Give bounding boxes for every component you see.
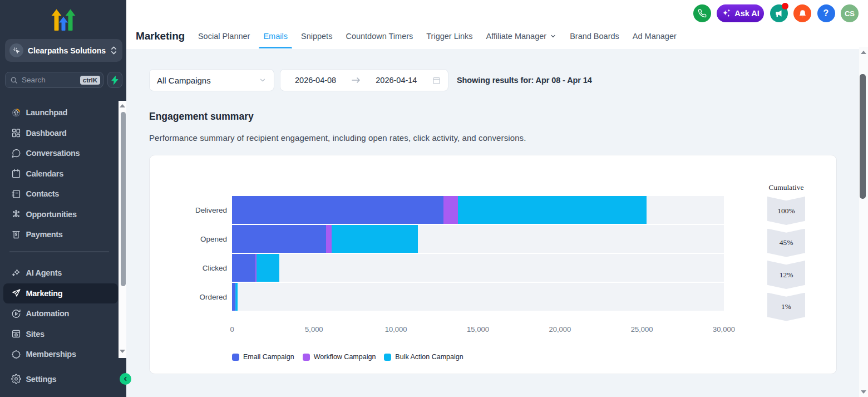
conversations-icon bbox=[11, 148, 21, 158]
sidebar-item-settings[interactable]: Settings bbox=[0, 369, 119, 390]
sidebar-item-payments[interactable]: Payments bbox=[0, 224, 119, 245]
campaign-select-value: All Campaigns bbox=[157, 76, 259, 85]
quick-actions-button[interactable] bbox=[107, 72, 122, 88]
tab-ad-manager[interactable]: Ad Manager bbox=[633, 24, 677, 48]
tab-affiliate-manager[interactable]: Affiliate Manager bbox=[486, 24, 557, 48]
launchpad-icon bbox=[11, 107, 21, 117]
app-logo[interactable] bbox=[0, 0, 126, 35]
user-avatar[interactable]: CS bbox=[841, 4, 859, 22]
sidebar-item-calendars[interactable]: Calendars bbox=[0, 164, 119, 184]
chevron-down-icon bbox=[259, 76, 267, 84]
tab-label: Emails bbox=[263, 32, 288, 41]
category-label: Clicked bbox=[150, 264, 227, 272]
bar-row-clicked: Clicked bbox=[150, 253, 836, 282]
bar-row-delivered: Delivered bbox=[150, 195, 836, 224]
sidebar-item-marketing[interactable]: Marketing bbox=[3, 283, 118, 304]
scroll-down-icon[interactable] bbox=[861, 390, 866, 394]
sidebar-item-ai-agents[interactable]: AI Agents bbox=[0, 263, 119, 283]
search-icon bbox=[10, 76, 18, 84]
sidebar-item-label: AI Agents bbox=[26, 268, 62, 277]
cumulative-badge: 1% bbox=[767, 293, 805, 321]
sidebar-item-sites[interactable]: Sites bbox=[0, 324, 119, 345]
help-button[interactable]: ? bbox=[817, 4, 835, 22]
sidebar-item-label: Opportunities bbox=[26, 210, 77, 219]
tab-label: Trigger Links bbox=[426, 32, 472, 41]
megaphone-icon bbox=[774, 8, 784, 18]
scroll-up-icon[interactable] bbox=[120, 104, 125, 107]
ask-ai-button[interactable]: Ask AI bbox=[717, 4, 764, 22]
scroll-up-icon[interactable] bbox=[861, 51, 866, 54]
lightning-icon bbox=[111, 76, 119, 85]
sidebar: Clearpaths Solutions Search ctrlK Launch… bbox=[0, 0, 126, 397]
tab-emails[interactable]: Emails bbox=[263, 24, 288, 48]
sidebar-item-dashboard[interactable]: Dashboard bbox=[0, 123, 119, 144]
scroll-down-icon[interactable] bbox=[120, 350, 125, 353]
bar-segment-bulk-action-campaign[interactable] bbox=[235, 283, 238, 311]
sidebar-item-opportunities[interactable]: Opportunities bbox=[0, 204, 119, 225]
bar-segment-bulk-action-campaign[interactable] bbox=[332, 225, 418, 253]
bar-rows: DeliveredOpenedClickedOrdered bbox=[150, 195, 836, 311]
bar-segment-workflow-campaign[interactable] bbox=[326, 225, 332, 253]
chevron-down-icon bbox=[550, 33, 556, 40]
tab-snippets[interactable]: Snippets bbox=[301, 24, 332, 48]
bar-track bbox=[232, 196, 724, 224]
tab-social-planner[interactable]: Social Planner bbox=[198, 24, 250, 48]
showing-results-text: Showing results for: Apr 08 - Apr 14 bbox=[457, 76, 592, 85]
legend-swatch bbox=[303, 354, 310, 361]
sidebar-item-conversations[interactable]: Conversations bbox=[0, 143, 119, 164]
bar-segment-bulk-action-campaign[interactable] bbox=[458, 196, 647, 224]
sidebar-item-launchpad[interactable]: Launchpad bbox=[0, 102, 119, 123]
tab-label: Brand Boards bbox=[570, 32, 619, 41]
main-scrollbar[interactable] bbox=[859, 47, 868, 397]
bar-segment-workflow-campaign[interactable] bbox=[443, 196, 458, 224]
tab-brand-boards[interactable]: Brand Boards bbox=[570, 24, 619, 48]
top-actions: Ask AI ? CS bbox=[693, 4, 859, 22]
bar-row-ordered: Ordered bbox=[150, 282, 836, 311]
settings-row: Settings bbox=[0, 369, 119, 390]
legend-label: Workflow Campaign bbox=[314, 353, 376, 361]
date-range-picker[interactable]: 2026-04-08 2026-04-14 bbox=[280, 69, 448, 91]
tab-trigger-links[interactable]: Trigger Links bbox=[426, 24, 472, 48]
tab-label: Snippets bbox=[301, 32, 332, 41]
sidebar-scrollbar[interactable] bbox=[119, 101, 126, 358]
sparkles-icon bbox=[721, 8, 732, 19]
category-label: Opened bbox=[150, 235, 227, 243]
bar-segment-email-campaign[interactable] bbox=[232, 254, 255, 282]
sidebar-item-memberships[interactable]: Memberships bbox=[0, 344, 119, 360]
avatar-initials: CS bbox=[845, 9, 855, 18]
sidebar-collapse-button[interactable] bbox=[120, 373, 131, 385]
agency-switcher[interactable]: Clearpaths Solutions bbox=[5, 39, 122, 62]
tab-label: Ad Manager bbox=[633, 32, 677, 41]
highlevel-logo-icon bbox=[51, 9, 76, 31]
campaign-select[interactable]: All Campaigns bbox=[149, 69, 274, 91]
contacts-icon bbox=[11, 189, 21, 199]
bar-track bbox=[232, 283, 724, 311]
x-tick-label: 0 bbox=[230, 325, 234, 334]
search-input[interactable]: Search ctrlK bbox=[5, 72, 103, 88]
category-label: Ordered bbox=[150, 293, 227, 301]
date-start-value[interactable]: 2026-04-08 bbox=[295, 76, 336, 85]
phone-button[interactable] bbox=[693, 4, 711, 22]
legend-item-workflow-campaign[interactable]: Workflow Campaign bbox=[303, 353, 376, 361]
sidebar-scroll-thumb[interactable] bbox=[121, 112, 126, 286]
category-label: Delivered bbox=[150, 206, 227, 214]
announcements-button[interactable] bbox=[770, 4, 788, 22]
sidebar-item-automation[interactable]: Automation bbox=[0, 303, 119, 324]
sidebar-item-label: Marketing bbox=[26, 289, 63, 298]
cumulative-badge: 45% bbox=[767, 229, 805, 257]
legend-item-email-campaign[interactable]: Email Campaign bbox=[232, 353, 294, 361]
tab-countdown-timers[interactable]: Countdown Timers bbox=[346, 24, 413, 48]
cumulative-title: Cumulative bbox=[766, 183, 806, 192]
sidebar-item-contacts[interactable]: Contacts bbox=[0, 184, 119, 204]
sidebar-item-label: Memberships bbox=[26, 350, 76, 359]
bar-segment-bulk-action-campaign[interactable] bbox=[257, 254, 279, 282]
bar-segment-email-campaign[interactable] bbox=[232, 196, 443, 224]
automation-icon bbox=[11, 308, 21, 318]
bar-segment-email-campaign[interactable] bbox=[232, 225, 326, 253]
legend-item-bulk-action-campaign[interactable]: Bulk Action Campaign bbox=[384, 353, 463, 361]
search-row: Search ctrlK bbox=[5, 72, 122, 88]
main-scroll-thumb[interactable] bbox=[860, 74, 866, 199]
date-end-value[interactable]: 2026-04-14 bbox=[376, 76, 417, 85]
agency-avatar-icon bbox=[9, 43, 23, 57]
notifications-button[interactable] bbox=[793, 4, 811, 22]
